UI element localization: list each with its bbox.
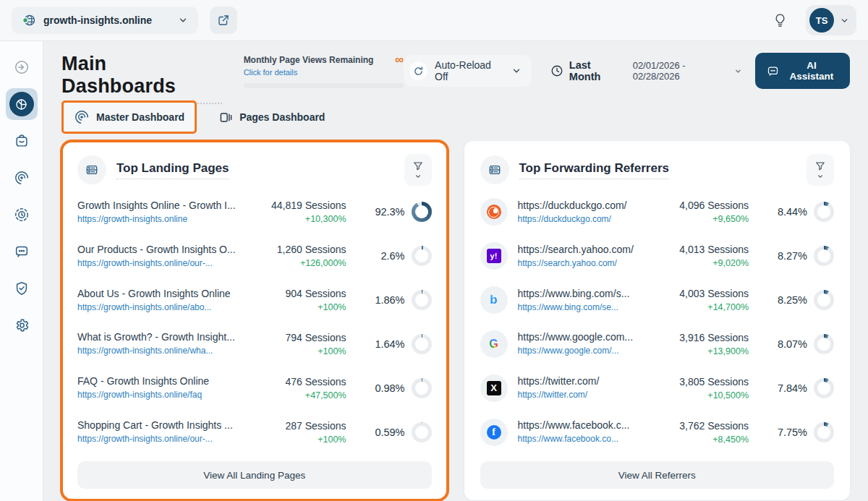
chevron-down-icon [178,15,188,25]
filter-button[interactable] [404,154,432,186]
widgets-row: Top Landing Pages Growth Insights Online… [61,141,850,500]
list-item: X https://twitter.com/ https://twitter.c… [480,367,835,409]
tab-master-dashboard[interactable]: Master Dashboard [61,100,197,134]
facebook-favicon: f [480,419,508,446]
filter-button[interactable] [807,154,834,186]
sessions-value: 44,819 Sessions [251,200,346,211]
entry-title: https://www.google.com... [518,331,654,343]
list-item: Shopping Cart - Growth Insights ... http… [77,411,432,453]
auto-reload-label: Auto-Reload Off [435,59,504,82]
website-selector[interactable]: growth-insights.online [12,7,198,34]
entry-url-link[interactable]: https://growth-insights.online [77,214,187,224]
tab-label: Master Dashboard [96,111,184,123]
account-menu[interactable]: TS [806,5,856,35]
open-website-button[interactable] [210,7,237,34]
entry-url-link[interactable]: https://growth-insights.online/faq [77,390,202,400]
sidebar-item-privacy-center[interactable] [6,273,38,304]
entry-url-link[interactable]: https://www.facebook.co... [518,434,618,444]
share-donut-chart [412,290,432,310]
chevron-down-icon [414,173,422,180]
sidebar-item-ecommerce[interactable] [6,125,38,157]
yahoo-favicon: y! [480,242,508,270]
share-donut-chart [814,202,834,222]
sidebar-item-settings[interactable] [6,309,38,341]
settings-icon [14,317,30,333]
avatar: TS [809,8,834,33]
sidebar-item-session-recordings[interactable] [6,199,38,231]
share-percent: 8.27% [778,250,807,262]
website-globe-icon [22,13,36,27]
list-item: Growth Insights Online - Growth I... htt… [77,191,432,233]
share-percent: 8.07% [778,338,807,350]
sidebar-item-visitor-behavior[interactable] [6,162,38,194]
share-percent: 1.86% [375,294,404,306]
sessions-value: 476 Sessions [251,376,346,387]
sessions-change: +14,700% [653,302,749,312]
page-views-progress-bar [244,83,404,88]
share-donut-chart [412,202,432,222]
top-bar: growth-insights.online TS [0,0,868,41]
bing-favicon: b [480,286,508,314]
share-donut-chart [412,378,432,398]
entry-title: Growth Insights Online - Growth I... [77,200,251,211]
entry-url-link[interactable]: https://duckduckgo.com/ [518,214,611,224]
duckduckgo-favicon [480,198,508,226]
share-donut-chart [814,334,834,354]
sessions-change: +9,650% [653,214,749,224]
sessions-change: +100% [251,434,346,445]
entry-url-link[interactable]: https://growth-insights.online/our-... [77,434,213,444]
share-donut-chart [412,246,432,266]
entry-url-link[interactable]: https://search.yahoo.com/ [518,258,617,268]
period-selector[interactable]: Last Month [550,59,623,82]
widget-chip [77,155,106,184]
list-item: Our Products - Growth Insights O... http… [77,235,432,277]
website-name: growth-insights.online [43,14,152,26]
entry-url-link[interactable]: https://growth-insights.online/abo... [77,302,211,312]
tab-pages-dashboard[interactable]: Pages Dashboard [207,102,337,133]
google-favicon: G [480,330,508,358]
entry-url-link[interactable]: https://www.google.com/... [518,346,619,356]
chevron-down-icon [817,173,824,180]
share-donut-chart [814,378,834,398]
sessions-value: 3,916 Sessions [653,332,749,343]
share-donut-chart [412,422,432,442]
entry-title: https://duckduckgo.com/ [518,200,654,211]
entry-title: Our Products - Growth Insights O... [77,244,251,255]
visitor-behavior-icon [74,109,90,125]
share-percent: 7.84% [778,382,807,394]
click-for-details-link[interactable]: Click for details [244,68,298,77]
share-donut-chart [814,246,834,266]
entry-url-link[interactable]: https://www.bing.com/se... [518,302,618,312]
main-content: Main Dashboards Monthly Page Views Remai… [43,41,868,501]
view-all-referrers-button[interactable]: View All Referrers [480,461,835,489]
dashboards-icon [9,92,34,116]
page-title: Main Dashboards [61,53,222,104]
list-item: y! https://search.yahoo.com/ https://sea… [480,235,835,277]
sessions-value: 3,762 Sessions [653,420,749,432]
session-recordings-icon [14,207,30,223]
sidebar-item-main-dashboards[interactable] [6,88,38,120]
sessions-value: 4,013 Sessions [653,244,749,255]
view-all-landing-pages-button[interactable]: View All Landing Pages [77,461,432,489]
landing-pages-list: Growth Insights Online - Growth I... htt… [77,190,432,454]
date-range-picker[interactable]: 02/01/2026 - 02/28/2026 [633,60,742,82]
twitter-favicon: X [480,374,508,402]
page-views-label: Monthly Page Views Remaining [244,55,374,65]
ai-assistant-button[interactable]: AI Assistant [755,53,850,89]
card-title: Top Landing Pages [116,161,229,179]
entry-url-link[interactable]: https://growth-insights.online/our-... [77,258,213,268]
sidebar-item-expand-nav[interactable] [6,51,38,83]
auto-reload-dropdown[interactable]: Auto-Reload Off [404,55,532,87]
sidebar [0,41,43,501]
date-range-value: 02/01/2026 - 02/28/2026 [633,60,731,82]
entry-title: https://search.yahoo.com/ [518,244,654,255]
list-item: b https://www.bing.com/s... https://www.… [480,279,835,321]
entry-url-link[interactable]: https://growth-insights.online/wha... [77,346,213,356]
ideas-button[interactable] [767,7,793,33]
sessions-value: 904 Sessions [251,288,346,299]
entry-url-link[interactable]: https://twitter.com/ [518,390,588,400]
ecommerce-icon [14,133,30,149]
top-forwarding-referrers-card: Top Forwarding Referrers https://duckduc… [464,141,851,500]
list-item: f https://www.facebook.c... https://www.… [480,411,835,453]
sidebar-item-feedback[interactable] [6,236,38,267]
